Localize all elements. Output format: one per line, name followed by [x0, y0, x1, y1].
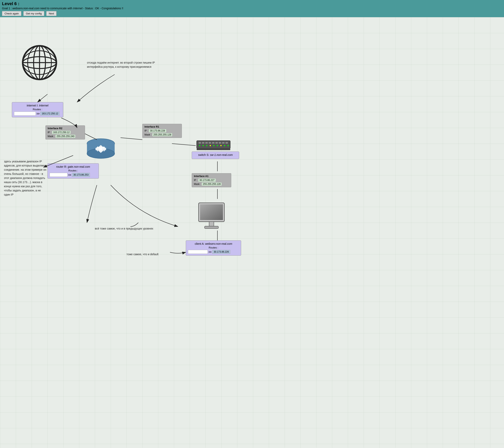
- client-routes-label: Routes :: [188, 246, 239, 249]
- a1-ip-row: IP : 30.173.86.227: [194, 178, 229, 182]
- r2-mask-label: Mask :: [48, 135, 54, 138]
- svg-point-38: [203, 145, 204, 146]
- svg-rect-34: [219, 142, 221, 144]
- svg-point-39: [206, 145, 207, 146]
- r2-ip-val: 163.172.250.12: [52, 131, 71, 134]
- svg-rect-35: [222, 142, 225, 144]
- a1-mask-label: Mask :: [194, 183, 201, 186]
- svg-rect-36: [226, 142, 228, 144]
- r1-mask-row: Mask : 255.255.255.128: [144, 133, 180, 137]
- r2-ip-label: IP :: [48, 131, 51, 134]
- r2-mask-val: 255.255.255.240: [55, 135, 75, 138]
- svg-rect-32: [212, 142, 215, 144]
- goal-text: Goal 1 : webserv.non-real.com need to co…: [2, 7, 502, 10]
- r1-ip-label: IP :: [144, 129, 148, 132]
- client-route-dest[interactable]: 0.0.0.0/0: [188, 250, 208, 254]
- header: Level 6 : Goal 1 : webserv.non-real.com …: [0, 0, 504, 17]
- router-route-row: default => 30.173.86.253: [50, 173, 97, 177]
- a1-title: Interface A1: [194, 175, 229, 178]
- r2-title: Interface R2: [48, 127, 83, 130]
- svg-line-7: [121, 138, 142, 140]
- svg-rect-48: [200, 204, 223, 220]
- annotation-bottom-right: тоже самое, что и default: [126, 252, 159, 256]
- r1-ip-val: 30.173.86.226: [149, 129, 166, 133]
- internet-route-row: 30.173.0.0/0 => 163.172.250.12: [14, 112, 61, 116]
- canvas: internet I: Internet Routes : 30.173.0.0…: [0, 17, 504, 448]
- internet-route-dest[interactable]: 30.173.0.0/0: [14, 112, 36, 116]
- router-icon: ⟺ ↕ ↕: [85, 134, 117, 161]
- svg-line-0: [37, 94, 47, 102]
- a1-ip-label: IP :: [194, 179, 198, 182]
- svg-point-42: [217, 145, 218, 146]
- internet-node: internet I: Internet Routes : 30.173.0.0…: [12, 102, 63, 117]
- svg-rect-31: [209, 142, 211, 144]
- annotation-bottom: всё тоже самое, что и в предыдущих уровн…: [95, 226, 153, 231]
- r1-mask-label: Mask :: [144, 133, 151, 136]
- goal-target: Internet: [73, 7, 82, 10]
- svg-rect-30: [205, 142, 208, 144]
- router-routes-label: Routes :: [50, 169, 97, 172]
- svg-rect-28: [199, 142, 201, 144]
- goal-host: webserv.non-real.com: [12, 7, 39, 10]
- internet-route-via: 163.172.250.12: [40, 112, 59, 116]
- svg-rect-29: [202, 142, 204, 144]
- a1-mask-row: Mask : 255.255.255.128: [194, 182, 229, 186]
- svg-line-5: [172, 144, 196, 146]
- svg-point-43: [220, 145, 222, 146]
- router-node-title: router R: gate.non-real.com: [50, 165, 97, 168]
- svg-rect-26: [197, 141, 230, 149]
- annotation-top: отсюда подаём интернет. во второй строке…: [87, 61, 158, 69]
- svg-point-37: [199, 145, 200, 146]
- goal-middle: need to communicate with: [39, 7, 73, 10]
- router-route-arrow: =>: [68, 173, 71, 176]
- internet-node-title: internet I: Internet: [14, 104, 61, 107]
- r2-mask-row: Mask : 255.255.255.240: [48, 135, 83, 138]
- switch-node: switch S: sw-1.non-real.com: [192, 152, 239, 159]
- internet-route-arrow: =>: [36, 112, 39, 115]
- svg-rect-49: [209, 222, 214, 226]
- client-route-via: 30.173.86.226: [212, 250, 230, 254]
- arrows-svg: [0, 17, 504, 448]
- client-node: client A: webserv.non-real.com Routes : …: [186, 241, 241, 256]
- check-again-button[interactable]: Check again: [2, 11, 21, 16]
- goal-suffix: - Status : OK - Congratulations !!: [83, 7, 123, 10]
- next-button[interactable]: Next: [46, 11, 57, 16]
- r1-ip-row: IP : 30.173.86.226: [144, 129, 180, 133]
- interface-a1: Interface A1 IP : 30.173.86.227 Mask : 2…: [192, 173, 231, 187]
- client-node-title: client A: webserv.non-real.com: [188, 242, 239, 245]
- computer-icon: [196, 201, 227, 232]
- client-route-row: 0.0.0.0/0 => 30.173.86.226: [188, 250, 239, 254]
- client-route-arrow: =>: [209, 250, 212, 253]
- r1-title: Interface R1: [144, 125, 180, 128]
- svg-rect-50: [205, 226, 218, 228]
- router-route-dest[interactable]: default: [50, 173, 67, 177]
- internet-routes-label: Routes :: [14, 108, 61, 111]
- goal-prefix: Goal 1 :: [2, 7, 12, 10]
- annotation-left: здесь указываем диапазон IP адресов, для…: [4, 159, 47, 197]
- a1-mask-val: 255.255.255.128: [202, 182, 222, 186]
- get-config-button[interactable]: Get my config: [23, 11, 44, 16]
- svg-point-41: [213, 145, 215, 146]
- interface-r2: Interface R2 IP : 163.172.250.12 Mask : …: [45, 125, 85, 139]
- a1-ip-val: 30.173.86.227: [198, 178, 216, 182]
- button-row: Check again Get my config Next: [2, 11, 502, 16]
- svg-rect-27: [197, 149, 230, 150]
- level-title: Level 6 :: [2, 1, 502, 6]
- interface-r1: Interface R1 IP : 30.173.86.226 Mask : 2…: [142, 124, 182, 138]
- globe-icon: [20, 43, 59, 82]
- svg-point-44: [224, 145, 225, 146]
- svg-point-40: [210, 145, 211, 146]
- switch-node-title: switch S: sw-1.non-real.com: [194, 153, 237, 156]
- r1-mask-val: 255.255.255.128: [152, 133, 172, 137]
- router-node: router R: gate.non-real.com Routes : def…: [47, 163, 99, 179]
- svg-point-45: [228, 145, 229, 146]
- switch-icon: [196, 138, 231, 152]
- svg-rect-33: [216, 142, 218, 144]
- r2-ip-row: IP : 163.172.250.12: [48, 131, 83, 134]
- router-route-via: 30.173.86.253: [72, 173, 90, 177]
